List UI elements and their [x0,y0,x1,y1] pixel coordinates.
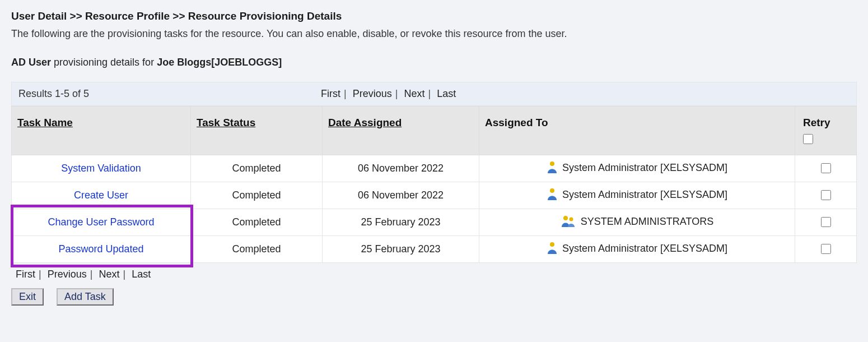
retry-cell [795,155,857,182]
person-icon [547,188,558,203]
retry-cell [795,236,857,263]
pager-first-link[interactable]: First [321,88,340,99]
results-bar: Results 1-5 of 5 First| Previous| Next| … [11,82,857,106]
assigned-to-cell: System Administrator [XELSYSADM] [479,236,795,263]
task-name-cell: System Validation [12,155,191,182]
pager-prev-link[interactable]: Previous [353,88,392,99]
assigned-to-text: SYSTEM ADMINISTRATORS [581,216,713,227]
tasks-table: Task Name Task Status Date Assigned Assi… [11,106,857,263]
date-assigned-cell: 06 November 2022 [323,182,479,209]
col-retry: Retry [795,107,857,155]
task-status-cell: Completed [191,209,323,236]
action-buttons: Exit Add Task [11,288,857,306]
assigned-to-cell: System Administrator [XELSYSADM] [479,182,795,209]
assigned-to-text: System Administrator [XELSYSADM] [562,162,727,173]
assigned-to-text: System Administrator [XELSYSADM] [562,243,727,254]
retry-checkbox[interactable] [821,244,831,254]
results-count: Results 1-5 of 5 [18,88,321,100]
retry-checkbox[interactable] [821,217,831,227]
pager-next-link[interactable]: Next [404,88,424,99]
assigned-to-text: System Administrator [XELSYSADM] [562,189,727,200]
add-task-button[interactable]: Add Task [57,288,114,306]
table-row: System ValidationCompleted06 November 20… [12,155,857,182]
task-status-cell: Completed [191,236,323,263]
task-status-cell: Completed [191,155,323,182]
task-name-link[interactable]: System Validation [61,163,141,174]
task-status-cell: Completed [191,182,323,209]
task-name-link[interactable]: Password Updated [58,243,143,255]
pager-last-link[interactable]: Last [437,88,456,99]
task-name-link[interactable]: Change User Password [48,216,154,228]
col-assigned-to: Assigned To [479,107,795,155]
table-header-row: Task Name Task Status Date Assigned Assi… [12,107,857,155]
date-assigned-cell: 25 February 2023 [323,236,479,263]
breadcrumb: User Detail >> Resource Profile >> Resou… [11,10,857,22]
pager-first-link-bottom[interactable]: First [16,269,35,280]
task-name-cell: Password Updated [12,236,191,263]
pager-top: First| Previous| Next| Last [321,88,456,100]
pager-prev-link-bottom[interactable]: Previous [48,269,87,280]
retry-select-all-checkbox[interactable] [803,134,813,144]
pager-bottom: First| Previous| Next| Last [16,269,857,280]
pager-next-link-bottom[interactable]: Next [99,269,119,280]
assigned-to-cell: SYSTEM ADMINISTRATORS [479,209,795,236]
table-row: Create UserCompleted06 November 2022Syst… [12,182,857,209]
retry-checkbox[interactable] [821,190,831,200]
table-row: Change User PasswordCompleted25 February… [12,209,857,236]
exit-button[interactable]: Exit [11,288,44,306]
group-icon [561,215,576,230]
user-context-line: AD User provisioning details for Joe Blo… [11,57,857,68]
col-task-name[interactable]: Task Name [12,107,191,155]
pager-last-link-bottom[interactable]: Last [132,269,151,280]
date-assigned-cell: 25 February 2023 [323,209,479,236]
assigned-to-cell: System Administrator [XELSYSADM] [479,155,795,182]
retry-cell [795,209,857,236]
task-name-cell: Change User Password [12,209,191,236]
retry-cell [795,182,857,209]
page-description: The following are the provisioning tasks… [11,28,857,40]
task-name-cell: Create User [12,182,191,209]
date-assigned-cell: 06 November 2022 [323,155,479,182]
person-icon [547,161,558,176]
person-icon [547,242,558,257]
col-task-status[interactable]: Task Status [191,107,323,155]
retry-checkbox[interactable] [821,163,831,173]
task-name-link[interactable]: Create User [74,190,128,201]
col-date-assigned[interactable]: Date Assigned [323,107,479,155]
table-row: Password UpdatedCompleted25 February 202… [12,236,857,263]
